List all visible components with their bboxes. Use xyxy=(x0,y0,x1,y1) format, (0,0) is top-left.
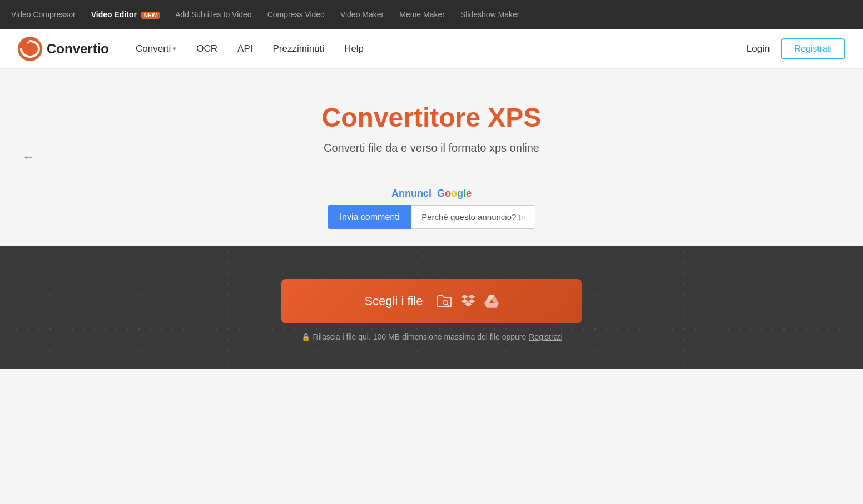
main-nav: Convertio Converti ▾ OCR API Prezziminut… xyxy=(0,29,863,69)
ad-send-button[interactable]: Invia commenti xyxy=(328,205,412,229)
upload-info: 🔒 Rilascia i file qui. 100 MB dimensione… xyxy=(301,332,562,341)
new-badge: NEW xyxy=(141,12,160,19)
ad-why-button[interactable]: Perché questo annuncio? ▷ xyxy=(411,205,535,229)
dropbox-icon xyxy=(461,295,475,308)
ad-label: Annunci Google xyxy=(391,188,472,199)
hero-section: Convertitore XPS Converti file da e vers… xyxy=(0,69,863,177)
upload-register-link[interactable]: Registrati xyxy=(529,332,562,341)
svg-marker-5 xyxy=(461,299,468,303)
nav-link-converti[interactable]: Converti ▾ xyxy=(136,43,176,54)
upload-icons xyxy=(437,295,499,308)
logo[interactable]: Convertio xyxy=(18,37,109,61)
svg-marker-3 xyxy=(461,295,468,299)
topbar-item-video-compressor[interactable]: Video Compressor xyxy=(11,10,76,19)
svg-marker-4 xyxy=(468,295,475,299)
nav-actions: Login Registrati xyxy=(747,38,845,59)
folder-search-icon xyxy=(437,295,452,308)
nav-link-ocr[interactable]: OCR xyxy=(196,43,217,54)
svg-line-2 xyxy=(447,304,449,306)
logo-icon xyxy=(18,37,42,61)
hero-subtitle: Converti file da e verso il formato xps … xyxy=(11,142,852,154)
play-icon: ▷ xyxy=(519,213,525,221)
login-button[interactable]: Login xyxy=(747,43,770,54)
upload-section: Scegli i file 🔒 xyxy=(0,246,863,369)
nav-link-prezziminuti[interactable]: Prezziminuti xyxy=(273,43,325,54)
hero-wrapper: ← Convertitore XPS Converti file da e ve… xyxy=(0,69,863,246)
ad-buttons: Invia commenti Perché questo annuncio? ▷ xyxy=(328,205,536,229)
back-arrow-icon[interactable]: ← xyxy=(22,150,34,164)
topbar-item-compress-video[interactable]: Compress Video xyxy=(267,10,325,19)
register-button[interactable]: Registrati xyxy=(781,38,845,59)
topbar: Video Compressor Video Editor NEW Add Su… xyxy=(0,0,863,29)
nav-link-api[interactable]: API xyxy=(237,43,252,54)
chevron-down-icon: ▾ xyxy=(173,45,176,52)
hero-title: Convertitore XPS xyxy=(11,102,852,133)
ad-section: Annunci Google Invia commenti Perché que… xyxy=(0,177,863,246)
topbar-item-meme-maker[interactable]: Meme Maker xyxy=(399,10,445,19)
svg-marker-6 xyxy=(468,299,475,303)
lock-icon: 🔒 xyxy=(301,333,310,341)
topbar-item-video-editor[interactable]: Video Editor NEW xyxy=(91,10,160,19)
choose-files-button[interactable]: Scegli i file xyxy=(281,279,582,323)
topbar-item-video-maker[interactable]: Video Maker xyxy=(340,10,384,19)
google-drive-icon xyxy=(484,295,499,308)
nav-links: Converti ▾ OCR API Prezziminuti Help xyxy=(136,43,747,54)
upload-btn-label: Scegli i file xyxy=(364,294,423,308)
topbar-item-slideshow-maker[interactable]: Slideshow Maker xyxy=(460,10,520,19)
logo-text: Convertio xyxy=(47,41,109,57)
topbar-item-add-subtitles[interactable]: Add Subtitles to Video xyxy=(175,10,252,19)
nav-link-help[interactable]: Help xyxy=(344,43,364,54)
